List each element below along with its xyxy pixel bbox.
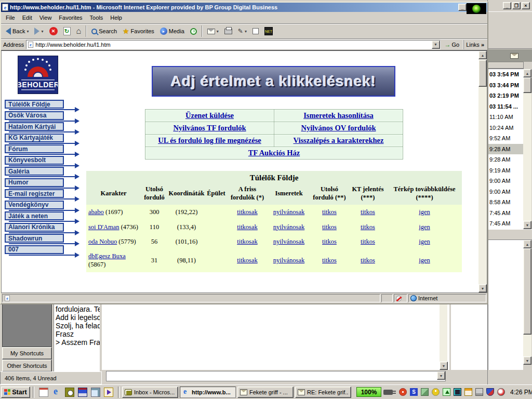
scroll-up-icon[interactable]: ▲: [478, 51, 487, 59]
printer-icon[interactable]: [475, 388, 483, 396]
taskbar-task[interactable]: Fekete griff - ...: [237, 387, 294, 398]
links-bar[interactable]: Links »: [463, 40, 486, 49]
fresh-turns-link[interactable]: titkosak: [237, 257, 258, 264]
map-forward-link[interactable]: igen: [419, 223, 430, 231]
battery-meter[interactable]: 100%: [356, 387, 381, 397]
menu-item[interactable]: View: [36, 13, 56, 22]
window-icon[interactable]: [464, 388, 472, 396]
fresh-turns-link[interactable]: titkosak: [237, 238, 258, 245]
quick-link[interactable]: TF Aukciós Ház: [248, 149, 300, 157]
sidebar-nav-item[interactable]: E-mail regiszter: [5, 189, 64, 198]
sidebar-nav-item[interactable]: Hatalom Kártyái: [5, 122, 64, 131]
knowledge-link[interactable]: nyilvánosak: [273, 257, 304, 264]
print-button[interactable]: [222, 25, 235, 38]
map-forward-link[interactable]: igen: [419, 257, 430, 264]
message-list-item[interactable]: 9:52 AM: [488, 133, 523, 144]
sidebar-nav-item[interactable]: Túlélők Földje: [5, 100, 64, 109]
new-mail-icon[interactable]: [510, 53, 518, 59]
stop-button[interactable]: ✕: [47, 25, 60, 38]
sidebar-nav-item[interactable]: Vendégkönyv: [5, 201, 64, 209]
quick-link[interactable]: Ismeretek hasonlítása: [303, 111, 374, 120]
message-window-field[interactable]: ▼: [106, 371, 446, 381]
search-button[interactable]: Search: [89, 25, 119, 38]
character-link[interactable]: soi D'Aman: [88, 223, 119, 231]
beholder-logo[interactable]: BEHOLDER: [18, 56, 58, 94]
outlook-launch-icon[interactable]: [39, 388, 48, 397]
quick-link[interactable]: UL és forduló log file megnézése: [158, 136, 261, 145]
media-button[interactable]: ▸ Media: [157, 25, 187, 38]
kt-report-link[interactable]: titkos: [361, 238, 375, 245]
page-scrollbar[interactable]: ▲ ▼: [478, 51, 487, 292]
other-shortcuts-button[interactable]: Other Shortcuts: [2, 360, 52, 372]
message-list-item[interactable]: 10:24 AM: [488, 123, 523, 134]
menu-item[interactable]: File: [2, 13, 19, 22]
message-list-item[interactable]: 03 2:19 PM: [488, 90, 523, 101]
knowledge-link[interactable]: nyilvánosak: [273, 238, 304, 245]
map-forward-link[interactable]: igen: [419, 238, 430, 245]
quick-link[interactable]: Nyilvános TF fordulók: [173, 124, 246, 132]
sidebar-nav-item[interactable]: 007: [5, 245, 64, 254]
scroll-up-icon[interactable]: ▲: [523, 69, 531, 77]
message-list-item[interactable]: 03 3:54 PM: [488, 69, 523, 80]
menu-item[interactable]: Favorites: [55, 13, 86, 22]
last-turn-link[interactable]: titkos: [322, 238, 337, 245]
message-list-item[interactable]: 03 11:54 ...: [488, 101, 523, 112]
sidebar-nav-item[interactable]: Fórum: [5, 144, 64, 153]
edit-button[interactable]: ✎▾: [235, 25, 249, 38]
knowledge-link[interactable]: nyilvánosak: [273, 223, 304, 231]
scroll-down-icon[interactable]: ▼: [478, 284, 487, 292]
kt-report-link[interactable]: titkos: [361, 257, 375, 264]
journal-launch-icon[interactable]: [65, 388, 74, 397]
message-list-item[interactable]: 9:00 AM: [488, 187, 523, 197]
character-link[interactable]: ababo: [88, 208, 104, 216]
sidebar-nav-item[interactable]: Shadowrun: [5, 234, 64, 243]
kt-report-link[interactable]: titkos: [361, 208, 375, 216]
shield-icon[interactable]: [486, 388, 494, 396]
mail-button[interactable]: ▾: [205, 25, 221, 38]
knowledge-link[interactable]: nyilvánosak: [273, 208, 304, 216]
map-forward-link[interactable]: igen: [419, 208, 430, 216]
message-list-scrollbar[interactable]: ▲ ▼: [523, 69, 531, 229]
upload-icon[interactable]: [443, 388, 450, 396]
start-button[interactable]: Start: [1, 387, 30, 398]
chevron-right-icon[interactable]: »: [481, 42, 484, 48]
chevron-down-icon[interactable]: ▾: [245, 29, 247, 34]
restore-icon[interactable]: ❐: [512, 2, 521, 9]
sync-icon[interactable]: [421, 388, 429, 396]
menu-item[interactable]: Tools: [86, 13, 107, 22]
scroll-down-icon[interactable]: ▼: [523, 356, 531, 365]
scroll-up-icon[interactable]: ▲: [523, 240, 531, 248]
my-shortcuts-button[interactable]: My Shortcuts: [2, 347, 52, 360]
ie-title-bar[interactable]: e http://www.beholder.hu/l1.htm - Micros…: [1, 3, 487, 12]
language-icon[interactable]: [410, 388, 418, 396]
close-icon[interactable]: ×: [522, 2, 530, 9]
message-window-scrollbar[interactable]: ▼: [440, 304, 447, 370]
character-link[interactable]: dbEgesz Buxa: [88, 252, 126, 260]
taskbar-task[interactable]: RE: Fekete grif...: [295, 387, 351, 398]
ie-launch-icon[interactable]: [52, 388, 61, 397]
floppy-launch-icon[interactable]: [78, 388, 87, 397]
chevron-down-icon[interactable]: ▾: [26, 29, 29, 34]
back-button[interactable]: Back▾: [3, 25, 31, 38]
sidebar-nav-item[interactable]: Galéria: [5, 167, 64, 176]
message-list-item[interactable]: 7:45 AM: [488, 218, 523, 229]
sidebar-nav-item[interactable]: KG Kártyajáték: [5, 134, 64, 142]
menu-item[interactable]: Help: [107, 13, 126, 22]
fan-icon[interactable]: [399, 388, 407, 396]
desktop-launch-icon[interactable]: [91, 388, 100, 397]
media-launch-icon[interactable]: [104, 388, 113, 397]
message-list-item[interactable]: 11:10 AM: [488, 112, 523, 123]
sidebar-nav-item[interactable]: Humor: [5, 178, 64, 187]
sidebar-nav-item[interactable]: Könyvesbolt: [5, 156, 64, 165]
taskbar-clock[interactable]: 4:26 PM: [509, 389, 532, 396]
taskbar-task[interactable]: http://www.b...: [180, 387, 236, 398]
messenger-button[interactable]: NET: [262, 25, 275, 38]
home-button[interactable]: ⌂: [74, 25, 84, 38]
taskbar-task[interactable]: Inbox - Micros...: [122, 387, 178, 398]
preview-scrollbar[interactable]: ▲ ▼: [523, 240, 531, 370]
scrollbar-thumb[interactable]: [523, 77, 531, 93]
fresh-turns-link[interactable]: titkosak: [237, 208, 258, 216]
menu-item[interactable]: Edit: [19, 13, 36, 22]
quick-link[interactable]: Nyilvános OV fordulók: [301, 124, 376, 132]
scrollbar-thumb[interactable]: [478, 60, 487, 87]
